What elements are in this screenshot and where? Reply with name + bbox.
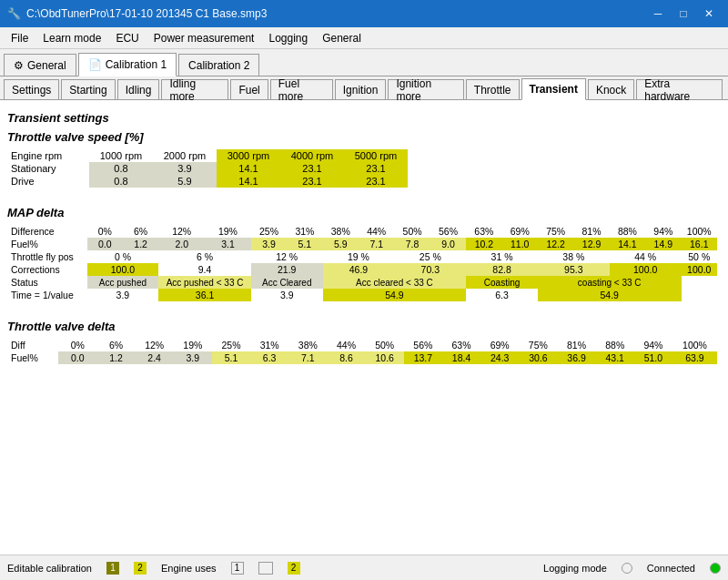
corr-38[interactable]: 95.3 [538, 263, 610, 276]
tdiff-0: 0% [58, 339, 96, 351]
time-31[interactable]: 54.9 [538, 289, 682, 301]
corr-31[interactable]: 82.8 [466, 263, 538, 276]
tfuel-63[interactable]: 18.4 [442, 351, 480, 364]
corr-50[interactable]: 100.0 [682, 263, 718, 276]
drive-5000[interactable]: 23.1 [344, 175, 408, 188]
tab-idling[interactable]: Idling [117, 79, 160, 99]
tfuel-88[interactable]: 43.1 [596, 351, 634, 364]
tdiff-56: 56% [404, 339, 442, 351]
menu-learn-mode[interactable]: Learn mode [35, 27, 108, 49]
logging-indicator [622, 563, 632, 574]
stationary-3000[interactable]: 14.1 [217, 162, 280, 175]
header-4000rpm: 4000 rpm [280, 149, 344, 162]
tfuel-6[interactable]: 1.2 [96, 351, 135, 364]
tab-general[interactable]: ⚙ General [4, 54, 76, 76]
tab-knock[interactable]: Knock [588, 79, 634, 99]
tab-calibration-2[interactable]: Calibration 2 [178, 54, 259, 76]
mfuel-31[interactable]: 5.1 [287, 238, 322, 250]
tab-extra-hardware[interactable]: Extra hardware [636, 79, 723, 99]
tab-fuel[interactable]: Fuel [230, 79, 268, 99]
tab-throttle[interactable]: Throttle [466, 79, 520, 99]
mfuel-38[interactable]: 5.9 [323, 238, 359, 250]
mfuel-25[interactable]: 3.9 [251, 238, 287, 250]
maximize-button[interactable]: □ [672, 5, 695, 23]
corr-12[interactable]: 21.9 [251, 263, 323, 276]
title-text: C:\ObdTunerPro\17-01-10 201345 C1 Base.s… [26, 7, 267, 20]
tab-ignition[interactable]: Ignition [335, 79, 387, 99]
mfuel-88[interactable]: 14.1 [610, 238, 645, 250]
tfuel-81[interactable]: 36.9 [557, 351, 595, 364]
menu-power-measurement[interactable]: Power measurement [147, 27, 262, 49]
tfuel-100[interactable]: 63.9 [672, 351, 717, 364]
time-19[interactable]: 54.9 [323, 289, 467, 301]
tfuel-50[interactable]: 10.6 [366, 351, 404, 364]
stationary-1000[interactable]: 0.8 [89, 162, 153, 175]
time-0[interactable]: 3.9 [87, 289, 159, 301]
tfuel-12[interactable]: 2.4 [136, 351, 174, 364]
corr-25[interactable]: 70.3 [394, 263, 466, 276]
mfuel-100[interactable]: 16.1 [682, 238, 718, 250]
stationary-2000[interactable]: 3.9 [153, 162, 217, 175]
corr-6[interactable]: 9.4 [158, 263, 251, 276]
mfuel-56[interactable]: 9.0 [430, 238, 466, 250]
drive-1000[interactable]: 0.8 [89, 175, 153, 188]
mfuel-44[interactable]: 7.1 [359, 238, 394, 250]
mfuel-69[interactable]: 11.0 [502, 238, 538, 250]
tfuel-94[interactable]: 51.0 [634, 351, 672, 364]
corr-0[interactable]: 100.0 [87, 263, 159, 276]
time-25[interactable]: 6.3 [466, 289, 538, 301]
diff-6: 6% [123, 225, 158, 238]
time-label: Time = 1/value [7, 289, 87, 301]
diff-50: 50% [394, 225, 430, 238]
tab-ignition-more[interactable]: Ignition more [388, 79, 463, 99]
mfuel-94[interactable]: 14.9 [645, 238, 681, 250]
tab-settings[interactable]: Settings [4, 79, 59, 99]
tfuel-19[interactable]: 3.9 [174, 351, 212, 364]
diff-69: 69% [502, 225, 538, 238]
menu-logging[interactable]: Logging [261, 27, 315, 49]
mfuel-75[interactable]: 12.2 [538, 238, 573, 250]
tfuel-31[interactable]: 6.3 [250, 351, 288, 364]
corr-19[interactable]: 46.9 [323, 263, 395, 276]
drive-2000[interactable]: 5.9 [153, 175, 217, 188]
menu-file[interactable]: File [4, 27, 35, 49]
time-12[interactable]: 3.9 [251, 289, 323, 301]
tfuel-75[interactable]: 30.6 [519, 351, 557, 364]
mfuel-0[interactable]: 0.0 [87, 238, 123, 250]
stationary-4000[interactable]: 23.1 [280, 162, 344, 175]
menu-general[interactable]: General [315, 27, 369, 49]
tfuel-25[interactable]: 5.1 [212, 351, 250, 364]
corr-44[interactable]: 100.0 [610, 263, 682, 276]
cal-box-2: 2 [134, 562, 147, 575]
diff-63: 63% [466, 225, 501, 238]
close-button[interactable]: ✕ [697, 5, 721, 23]
menu-ecu[interactable]: ECU [108, 27, 146, 49]
tfuel-69[interactable]: 24.3 [480, 351, 519, 364]
mfuel-12[interactable]: 2.0 [158, 238, 205, 250]
time-6[interactable]: 36.1 [158, 289, 251, 301]
tfuel-0[interactable]: 0.0 [58, 351, 96, 364]
mfuel-6[interactable]: 1.2 [123, 238, 158, 250]
tdiff-63: 63% [442, 339, 480, 351]
drive-3000[interactable]: 14.1 [217, 175, 280, 188]
mfuel-50[interactable]: 7.8 [394, 238, 430, 250]
status-acc-cleared-33: Acc cleared < 33 C [323, 276, 467, 289]
minimize-button[interactable]: ─ [646, 5, 670, 23]
mfuel-81[interactable]: 12.9 [573, 238, 609, 250]
tdiff-88: 88% [596, 339, 634, 351]
stationary-5000[interactable]: 23.1 [344, 162, 408, 175]
tab-starting[interactable]: Starting [61, 79, 115, 99]
tfuel-44[interactable]: 8.6 [327, 351, 365, 364]
tab-transient[interactable]: Transient [521, 78, 586, 100]
tab-idling-more[interactable]: Idling more [161, 79, 228, 99]
tfuel-56[interactable]: 13.7 [404, 351, 442, 364]
status-coasting: Coasting [466, 276, 538, 289]
tab-fuel-more[interactable]: Fuel more [270, 79, 333, 99]
drive-4000[interactable]: 23.1 [280, 175, 344, 188]
status-acc-pushed-33: Acc pushed < 33 C [158, 276, 251, 289]
mfuel-63[interactable]: 10.2 [466, 238, 501, 250]
tab-calibration-1[interactable]: 📄 Calibration 1 [78, 53, 177, 76]
tfuel-38[interactable]: 7.1 [288, 351, 327, 364]
mfuel-19[interactable]: 3.1 [205, 238, 251, 250]
tdiff-50: 50% [366, 339, 404, 351]
